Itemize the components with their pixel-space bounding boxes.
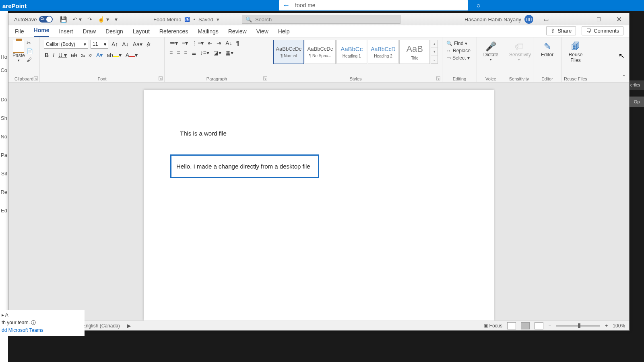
- shrink-font-icon[interactable]: A↓: [121, 41, 129, 47]
- autosave-toggle[interactable]: AutoSave On: [14, 16, 53, 23]
- align-left-icon[interactable]: ≡: [169, 49, 173, 56]
- tab-mailings[interactable]: Mailings: [198, 26, 218, 37]
- dialog-launcher-icon[interactable]: ↘: [34, 76, 38, 80]
- highlight-icon[interactable]: ab▾: [106, 52, 122, 58]
- language-indicator[interactable]: English (Canada): [83, 323, 120, 329]
- text-effects-icon[interactable]: A▾: [95, 52, 103, 58]
- undo-icon[interactable]: ↶ ▾: [72, 16, 82, 23]
- underline-button[interactable]: U ▾: [58, 52, 68, 58]
- document-text[interactable]: This is a word file: [180, 130, 458, 137]
- document-title[interactable]: Food Memo ♿ • Saved ▾: [153, 16, 219, 23]
- dialog-launcher-icon[interactable]: ↘: [263, 76, 267, 80]
- style-heading1[interactable]: AaBbCcHeading 1: [336, 40, 367, 64]
- comments-button[interactable]: 🗨Comments: [582, 26, 623, 35]
- change-case-icon[interactable]: Aa▾: [132, 41, 143, 47]
- touch-mode-icon[interactable]: ☝ ▾: [98, 16, 109, 23]
- bold-button[interactable]: B: [44, 52, 50, 58]
- document-page[interactable]: This is a word file Hello, I made a chan…: [144, 90, 494, 321]
- sharepoint-search-input[interactable]: [291, 2, 468, 8]
- sharepoint-search-box[interactable]: ←: [279, 0, 468, 10]
- document-canvas[interactable]: This is a word file Hello, I made a chan…: [8, 82, 629, 321]
- print-layout-icon[interactable]: [521, 322, 530, 329]
- left-peek-item[interactable]: Ho: [0, 47, 8, 66]
- ribbon-display-icon[interactable]: ▭: [544, 16, 549, 23]
- align-center-icon[interactable]: ≡: [176, 49, 181, 56]
- zoom-percent[interactable]: 100%: [613, 323, 625, 329]
- tab-references[interactable]: References: [159, 26, 188, 37]
- redo-icon[interactable]: ↷: [87, 16, 92, 23]
- left-peek-item[interactable]: Ed: [0, 201, 8, 220]
- chevron-down-icon[interactable]: ▾: [217, 16, 219, 23]
- find-button[interactable]: 🔍 Find ▾: [446, 41, 478, 46]
- chevron-down-icon[interactable]: ▾: [18, 58, 20, 62]
- add-teams-link[interactable]: dd Microsoft Teams: [2, 327, 83, 334]
- format-painter-icon[interactable]: 🖌: [27, 57, 33, 63]
- maximize-button[interactable]: ☐: [589, 13, 609, 25]
- align-right-icon[interactable]: ≡: [183, 49, 188, 56]
- dialog-launcher-icon[interactable]: ↘: [436, 76, 440, 80]
- tab-file[interactable]: File: [15, 26, 24, 37]
- read-mode-icon[interactable]: [507, 322, 516, 329]
- left-peek-item[interactable]: No: [0, 127, 8, 146]
- collapse-ribbon-icon[interactable]: ⌃: [622, 74, 626, 80]
- italic-button[interactable]: I: [52, 52, 55, 58]
- tab-review[interactable]: Review: [228, 26, 247, 37]
- style-normal[interactable]: AaBbCcDc¶ Normal: [273, 40, 304, 64]
- zoom-slider[interactable]: [556, 325, 600, 327]
- left-peek-item[interactable]: Pa: [0, 146, 8, 164]
- qat-customize-icon[interactable]: ▾: [115, 16, 118, 23]
- macro-icon[interactable]: ▶: [127, 323, 131, 329]
- editor-group[interactable]: ✎ Editor Editor: [533, 37, 561, 82]
- line-spacing-icon[interactable]: ↕≡▾: [200, 49, 210, 56]
- zoom-thumb[interactable]: [578, 323, 580, 328]
- tab-view[interactable]: View: [256, 26, 268, 37]
- tab-home[interactable]: Home: [34, 25, 50, 37]
- save-icon[interactable]: 💾: [60, 16, 67, 23]
- tab-draw[interactable]: Draw: [83, 26, 96, 37]
- strikethrough-button[interactable]: ab: [70, 52, 78, 58]
- dialog-launcher-icon[interactable]: ↘: [159, 76, 163, 80]
- minimize-button[interactable]: ―: [569, 13, 589, 25]
- tab-layout[interactable]: Layout: [133, 26, 150, 37]
- reuse-files-group[interactable]: 🗐 Reuse Files Reuse Files: [561, 37, 590, 82]
- show-marks-icon[interactable]: ¶: [235, 40, 240, 46]
- dictate-group[interactable]: 🎤 Dictate ▾ Voice: [477, 37, 505, 82]
- account-area[interactable]: Hasanain Habib-Nayany HH ▭: [464, 15, 549, 24]
- style-nospacing[interactable]: AaBbCcDc¶ No Spac...: [305, 40, 335, 64]
- sort-icon[interactable]: A↓: [225, 40, 233, 46]
- properties-panel-peek[interactable]: erties: [630, 80, 644, 90]
- font-color-icon[interactable]: A▾: [125, 52, 138, 58]
- sharepoint-search-button[interactable]: ⌕: [469, 0, 487, 10]
- left-peek-item[interactable]: Do: [0, 90, 8, 109]
- left-peek-item[interactable]: Re: [0, 183, 8, 201]
- styles-scroll[interactable]: ▴▾⌄: [431, 40, 438, 64]
- clear-formatting-icon[interactable]: A̷: [146, 41, 151, 47]
- borders-icon[interactable]: ▦▾: [225, 49, 234, 56]
- justify-icon[interactable]: ≣: [191, 49, 197, 56]
- select-button[interactable]: ▭ Select ▾: [446, 55, 478, 61]
- replace-button[interactable]: ↔ Replace: [446, 48, 478, 53]
- open-button-peek[interactable]: Op: [630, 97, 644, 107]
- font-name-combo[interactable]: Calibri (Body)▾: [44, 40, 88, 49]
- subscript-button[interactable]: x₂: [80, 53, 86, 58]
- font-size-combo[interactable]: 11▾: [91, 40, 108, 49]
- tab-help[interactable]: Help: [278, 26, 290, 37]
- copy-icon[interactable]: 📄: [27, 48, 33, 54]
- toggle-switch[interactable]: On: [39, 16, 53, 23]
- style-title[interactable]: AaBTitle: [399, 40, 430, 64]
- zoom-in-icon[interactable]: +: [605, 323, 608, 329]
- tab-insert[interactable]: Insert: [59, 26, 73, 37]
- numbering-icon[interactable]: ≡▾: [181, 40, 189, 46]
- account-avatar[interactable]: HH: [524, 15, 533, 24]
- cut-icon[interactable]: ✂: [27, 40, 33, 46]
- grow-font-icon[interactable]: A↑: [111, 41, 119, 47]
- word-search-box[interactable]: 🔍 Search: [242, 15, 400, 24]
- decrease-indent-icon[interactable]: ⇤: [207, 40, 213, 46]
- paste-button[interactable]: Paste ▾: [12, 40, 25, 75]
- shading-icon[interactable]: ◪▾: [213, 49, 222, 56]
- zoom-out-icon[interactable]: −: [548, 323, 551, 329]
- bullets-icon[interactable]: ≔▾: [169, 40, 179, 46]
- web-layout-icon[interactable]: [535, 322, 543, 329]
- document-text[interactable]: Hello, I made a change directly from a d…: [176, 163, 310, 170]
- focus-mode-button[interactable]: ▣ Focus: [483, 323, 502, 329]
